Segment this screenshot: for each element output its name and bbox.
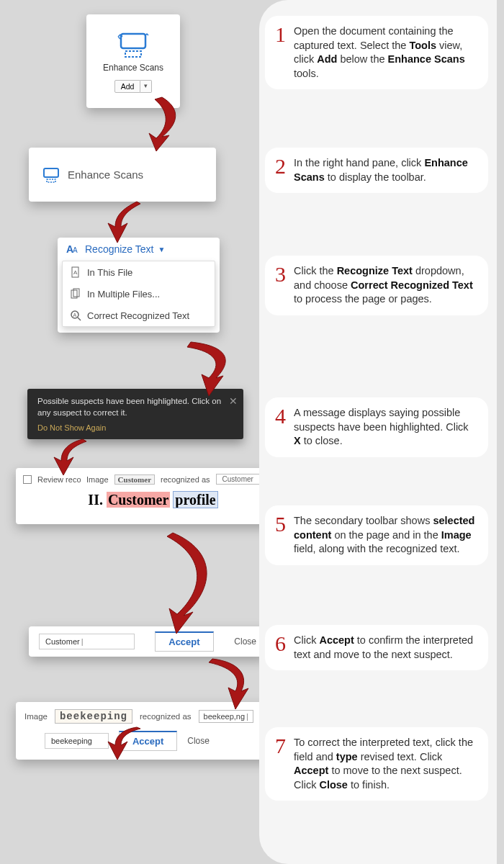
menu-item-label: In This File	[87, 267, 132, 278]
flow-arrow	[112, 94, 198, 158]
step-number: 1	[275, 20, 286, 50]
svg-rect-1	[125, 51, 141, 57]
svg-rect-2	[44, 168, 58, 177]
magnify-icon: A	[70, 310, 81, 321]
image-field-value: Customer	[114, 474, 155, 485]
menu-item-label: Correct Recognized Text	[87, 310, 189, 321]
recognize-text-dropdown-panel: A A Recognize Text ▼ A In This File In M…	[58, 238, 220, 333]
step-number: 5	[275, 510, 286, 539]
flow-arrow	[137, 529, 230, 637]
file-icon: A	[70, 266, 81, 278]
step-text: Click Accept to confirm the interpreted …	[294, 634, 473, 660]
flow-arrow	[40, 436, 104, 479]
image-field-label: Image	[24, 712, 48, 721]
svg-text:A: A	[73, 312, 77, 318]
step-text: To correct the interpreted text, click t…	[294, 737, 473, 791]
step-3: 3Click the Recognize Text dropdown, and …	[265, 256, 488, 315]
flow-arrow	[97, 724, 155, 763]
image-field-value: beekeeping	[55, 709, 132, 724]
svg-text:A: A	[73, 269, 78, 276]
svg-rect-0	[121, 34, 145, 48]
svg-text:A: A	[73, 246, 78, 254]
svg-line-11	[78, 318, 81, 320]
step-text: The secondary toolbar shows selected con…	[294, 515, 474, 554]
enhance-scans-label: Enhance Scans	[68, 168, 143, 181]
menu-item-in-multiple-files[interactable]: In Multiple Files...	[63, 283, 215, 305]
roman-numeral: II.	[88, 492, 103, 508]
step-text: Open the document containing the capture…	[294, 25, 465, 79]
step-number: 3	[275, 260, 286, 289]
step-text: Click the Recognize Text dropdown, and c…	[294, 265, 473, 305]
menu-item-label: In Multiple Files...	[87, 289, 160, 300]
recognized-text-field[interactable]: Customer	[216, 474, 260, 485]
add-dropdown-caret[interactable]: ▾	[140, 80, 152, 93]
suspect-highlight-selected[interactable]: Customer	[107, 492, 170, 508]
page-content-sample: II. Customer profile	[16, 489, 289, 516]
correction-input[interactable]: Customer	[39, 634, 135, 649]
review-checkbox[interactable]	[23, 475, 32, 484]
step-number: 7	[275, 732, 286, 761]
step-7: 7To correct the interpreted text, click …	[265, 727, 488, 801]
do-not-show-again-link[interactable]: Do Not Show Again	[37, 423, 223, 433]
menu-item-in-this-file[interactable]: A In This File	[63, 261, 215, 283]
step-1: 1Open the document containing the captur…	[265, 16, 488, 89]
close-button[interactable]: Close	[234, 636, 256, 647]
flow-arrow	[83, 198, 169, 248]
step-6: 6Click Accept to confirm the interpreted…	[265, 625, 488, 670]
recognize-text-icon: A A	[66, 243, 81, 255]
step-5: 5The secondary toolbar shows selected co…	[265, 505, 488, 565]
recognized-as-label: recognized as	[140, 712, 192, 721]
svg-rect-3	[47, 179, 55, 182]
step-text: A message displays saying possible suspe…	[294, 407, 469, 446]
recognize-text-menu: A In This File In Multiple Files... A Co…	[62, 261, 215, 327]
enhance-scans-icon	[115, 30, 151, 60]
flow-arrow	[162, 338, 263, 403]
add-button[interactable]: Add	[114, 80, 141, 93]
recognized-as-label: recognized as	[161, 475, 210, 484]
suspect-highlight[interactable]: profile	[174, 492, 217, 508]
close-button[interactable]: Close	[187, 736, 210, 746]
step-number: 2	[275, 152, 286, 181]
step-text: In the right hand pane, click Enhance Sc…	[294, 157, 468, 183]
files-icon	[70, 288, 81, 300]
step-number: 6	[275, 629, 286, 659]
step-number: 4	[275, 402, 286, 431]
menu-item-correct-recognized-text[interactable]: A Correct Recognized Text	[63, 305, 215, 326]
enhance-scans-icon	[42, 166, 60, 184]
step-2: 2In the right hand pane, click Enhance S…	[265, 148, 488, 193]
step-4: 4A message displays saying possible susp…	[265, 397, 488, 457]
enhance-scans-label: Enhance Scans	[103, 63, 163, 73]
